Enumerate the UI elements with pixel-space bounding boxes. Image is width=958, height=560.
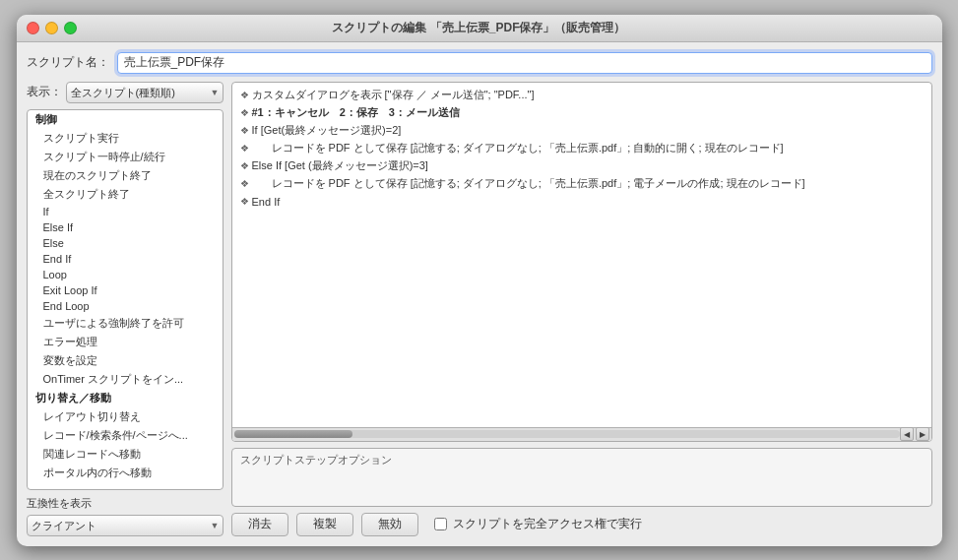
compat-select[interactable]: クライアント	[27, 515, 224, 536]
list-item[interactable]: 変数を設定	[28, 351, 223, 370]
script-line[interactable]: ❖レコードを PDF として保存 [記憶する; ダイアログなし; 「売上伝票.p…	[232, 140, 931, 157]
line-text: End If	[252, 196, 926, 208]
titlebar: スクリプトの編集 「売上伝票_PDF保存」（販売管理）	[17, 15, 942, 42]
right-panel: ❖カスタムダイアログを表示 ["保存 ／ メール送信"; "PDF..."]❖#…	[231, 82, 932, 536]
line-bullet: ❖	[238, 196, 252, 207]
list-item[interactable]: 全スクリプト終了	[28, 185, 223, 204]
minimize-button[interactable]	[45, 22, 58, 34]
list-item[interactable]: スクリプト一時停止/続行	[28, 148, 223, 166]
duplicate-button[interactable]: 複製	[296, 513, 353, 536]
compat-label: 互換性を表示	[27, 496, 224, 511]
list-item[interactable]: ポータル内の行へ移動	[28, 464, 223, 482]
list-item[interactable]: スクリプト実行	[28, 129, 223, 148]
line-text: レコードを PDF として保存 [記憶する; ダイアログなし; 「売上伝票.pd…	[252, 176, 926, 191]
main-window: スクリプトの編集 「売上伝票_PDF保存」（販売管理） スクリプト名： 表示： …	[17, 15, 942, 546]
script-list[interactable]: 制御スクリプト実行スクリプト一時停止/続行現在のスクリプト終了全スクリプト終了I…	[27, 109, 224, 490]
delete-button[interactable]: 消去	[231, 513, 288, 536]
list-item[interactable]: 制御	[28, 110, 223, 129]
list-item[interactable]: レコード/検索条件/ページへ...	[28, 426, 223, 445]
line-text: カスタムダイアログを表示 ["保存 ／ メール送信"; "PDF..."]	[252, 88, 926, 102]
script-name-label: スクリプト名：	[27, 54, 109, 71]
display-row: 表示： 全スクリプト(種類順) ▼	[27, 82, 224, 103]
line-text: Else If [Get (最終メッセージ選択)=3]	[252, 158, 926, 173]
list-item[interactable]: 現在のスクリプト終了	[28, 166, 223, 185]
list-item[interactable]: If	[28, 204, 223, 219]
script-name-input[interactable]	[117, 52, 932, 74]
window-title: スクリプトの編集 「売上伝票_PDF保存」（販売管理）	[332, 20, 625, 36]
line-text: #1：キャンセル 2：保存 3：メール送信	[252, 105, 926, 120]
horizontal-scrollbar: ◀ ▶	[232, 427, 931, 441]
scroll-arrows: ◀ ▶	[900, 427, 929, 441]
list-item[interactable]: エラー処理	[28, 333, 223, 351]
list-item[interactable]: 関連レコードへ移動	[28, 445, 223, 464]
script-name-row: スクリプト名：	[27, 52, 932, 74]
scrollbar-track	[234, 430, 900, 438]
scroll-right-button[interactable]: ▶	[916, 427, 929, 441]
line-bullet: ❖	[238, 125, 252, 136]
display-select-wrapper: 全スクリプト(種類順) ▼	[66, 82, 224, 103]
line-text: レコードを PDF として保存 [記憶する; ダイアログなし; 「売上伝票.pd…	[252, 141, 926, 156]
script-line[interactable]: ❖レコードを PDF として保存 [記憶する; ダイアログなし; 「売上伝票.p…	[232, 175, 931, 193]
script-line[interactable]: ❖#1：キャンセル 2：保存 3：メール送信	[232, 104, 931, 122]
left-panel: 表示： 全スクリプト(種類順) ▼ 制御スクリプト実行スクリプト一時停止/続行現…	[27, 82, 224, 536]
maximize-button[interactable]	[64, 22, 77, 34]
list-item[interactable]: End If	[28, 251, 223, 267]
script-line[interactable]: ❖Else If [Get (最終メッセージ選択)=3]	[232, 157, 931, 175]
line-text: If [Get(最終メッセージ選択)=2]	[252, 123, 926, 138]
list-item[interactable]: End Loop	[28, 298, 223, 314]
close-button[interactable]	[27, 22, 39, 34]
list-item[interactable]: Else If	[28, 219, 223, 235]
line-bullet: ❖	[238, 160, 252, 171]
list-item[interactable]: OnTimer スクリプトをイン...	[28, 370, 223, 389]
list-item[interactable]: レイアウト切り替え	[28, 407, 223, 426]
script-line[interactable]: ❖カスタムダイアログを表示 ["保存 ／ メール送信"; "PDF..."]	[232, 87, 931, 104]
line-bullet: ❖	[238, 107, 252, 118]
window-controls	[27, 22, 77, 34]
checkbox-row: スクリプトを完全アクセス権で実行	[434, 516, 642, 532]
list-item[interactable]: Else	[28, 235, 223, 251]
script-line[interactable]: ❖End If	[232, 193, 931, 211]
script-line[interactable]: ❖If [Get(最終メッセージ選択)=2]	[232, 122, 931, 140]
full-access-checkbox[interactable]	[434, 518, 447, 530]
line-bullet: ❖	[238, 90, 252, 100]
window-content: スクリプト名： 表示： 全スクリプト(種類順) ▼ 制御スクリプ	[17, 42, 942, 546]
script-editor-content[interactable]: ❖カスタムダイアログを表示 ["保存 ／ メール送信"; "PDF..."]❖#…	[232, 83, 931, 427]
line-bullet: ❖	[238, 178, 252, 189]
list-item[interactable]: Exit Loop If	[28, 282, 223, 298]
bottom-buttons: 消去 複製 無効 スクリプトを完全アクセス権で実行	[231, 513, 932, 536]
scroll-left-button[interactable]: ◀	[900, 427, 914, 441]
main-area: 表示： 全スクリプト(種類順) ▼ 制御スクリプト実行スクリプト一時停止/続行現…	[27, 82, 932, 536]
compat-select-wrapper: クライアント ▼	[27, 515, 224, 536]
display-select[interactable]: 全スクリプト(種類順)	[66, 82, 224, 103]
list-item[interactable]: ユーザによる強制終了を許可	[28, 314, 223, 333]
full-access-label: スクリプトを完全アクセス権で実行	[453, 516, 642, 532]
display-label: 表示：	[27, 84, 62, 100]
line-bullet: ❖	[238, 143, 252, 154]
list-item[interactable]: 切り替え／移動	[28, 389, 223, 407]
list-item[interactable]: Loop	[28, 267, 223, 282]
disable-button[interactable]: 無効	[361, 513, 418, 536]
scrollbar-thumb[interactable]	[234, 430, 352, 438]
bottom-left: 互換性を表示 クライアント ▼	[27, 496, 224, 536]
options-area: スクリプトステップオプション	[231, 448, 932, 507]
script-editor: ❖カスタムダイアログを表示 ["保存 ／ メール送信"; "PDF..."]❖#…	[231, 82, 932, 442]
options-label: スクリプトステップオプション	[240, 453, 924, 467]
